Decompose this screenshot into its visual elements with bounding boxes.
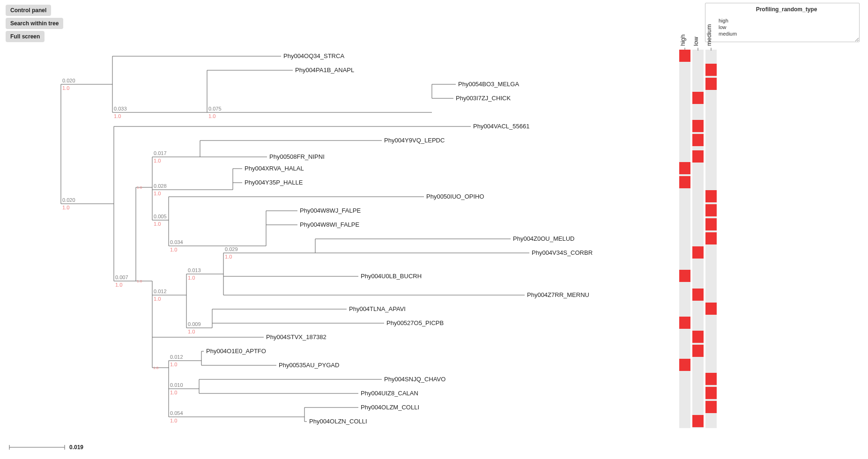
leaf-label[interactable]: Phy00535AU_PYGAD: [279, 362, 339, 369]
heatmap-cell: [705, 232, 717, 244]
leaf-label[interactable]: Phy0050IUO_OPIHO: [426, 193, 484, 200]
heatmap-cell: [679, 176, 690, 188]
leaf-label[interactable]: Phy004VACL_55661: [473, 123, 529, 130]
phylo-tree[interactable]: 0.0201.00.0331.00.0751.00.0201.00.0071.0…: [5, 33, 717, 440]
search-tree-button[interactable]: Search within tree: [6, 18, 63, 29]
heatmap-cell: [679, 162, 690, 174]
heatmap-cell: [705, 401, 717, 413]
heatmap-cell: [679, 359, 690, 371]
branch-length: 0.012: [154, 289, 167, 294]
legend-item: high: [719, 17, 854, 24]
branch-support: 1.0: [62, 85, 69, 91]
leaf-label[interactable]: Phy004Y35P_HALLE: [245, 179, 303, 186]
leaf-label[interactable]: Phy00527O5_PICPB: [386, 319, 444, 326]
heatmap-cell: [705, 64, 717, 76]
heatmap-column-label: medium: [705, 24, 712, 46]
heatmap-column-label: low: [692, 37, 699, 46]
branch-length: 0.028: [154, 183, 167, 189]
heatmap-cell: [692, 120, 704, 132]
leaf-label[interactable]: Phy004XRVA_HALAL: [245, 165, 304, 172]
branch-support: 1.0: [153, 366, 159, 370]
leaf-label[interactable]: Phy004Y9VQ_LEPDC: [384, 137, 445, 144]
branch-support: 1.0: [170, 247, 177, 252]
branch-support: 1.0: [154, 221, 161, 227]
heatmap-cell: [692, 331, 704, 343]
heatmap-cell: [692, 289, 704, 301]
branch-length: 0.020: [62, 197, 75, 203]
leaf-label[interactable]: Phy00508FR_NIPNI: [269, 153, 325, 160]
branch-support: 1.0: [114, 113, 121, 119]
branch-length: 0.017: [154, 150, 167, 156]
scale-value: 0.019: [69, 444, 83, 451]
heatmap-cell: [705, 204, 717, 216]
leaf-label[interactable]: Phy004U0LB_BUCRH: [361, 273, 422, 280]
legend-item: medium: [719, 30, 854, 37]
legend-title: Profiling_random_type: [719, 6, 854, 13]
legend-item: low: [719, 24, 854, 30]
heatmap-cell: [705, 387, 717, 399]
leaf-label[interactable]: Phy004W8WI_FALPE: [300, 221, 359, 228]
heatmap-cell: [705, 303, 717, 315]
leaf-label[interactable]: Phy004Z0OU_MELUD: [513, 235, 575, 242]
legend-panel[interactable]: Profiling_random_type high low medium: [705, 3, 860, 42]
branch-length: 0.012: [170, 354, 183, 360]
branch-support: 1.0: [62, 205, 69, 210]
heatmap-cell: [705, 218, 717, 230]
leaf-label[interactable]: Phy004PA1B_ANAPL: [295, 67, 354, 74]
leaf-label[interactable]: Phy004Z7RR_MERNU: [527, 291, 589, 298]
leaf-label[interactable]: Phy004V34S_CORBR: [532, 249, 593, 256]
heatmap-cell: [692, 92, 704, 104]
branch-length: 0.020: [62, 78, 75, 83]
leaf-label[interactable]: Phy004OQ34_STRCA: [283, 52, 344, 59]
heatmap-grid: [692, 50, 704, 428]
heatmap-cell: [679, 317, 690, 329]
branch-support: 1.0: [170, 390, 177, 395]
branch-length: 0.005: [154, 214, 167, 219]
leaf-label[interactable]: Phy003I7ZJ_CHICK: [456, 95, 511, 102]
leaf-label[interactable]: Phy004SNJQ_CHAVO: [384, 376, 445, 383]
heatmap-cell: [705, 78, 717, 90]
heatmap-cell: [692, 246, 704, 259]
branch-length: 0.013: [188, 267, 201, 273]
branch-support: 1.0: [208, 113, 215, 119]
heatmap-cell: [692, 345, 704, 357]
branch-length: 0.007: [115, 274, 128, 280]
branch-support: 1.0: [115, 282, 122, 288]
branch-length: 0.029: [225, 246, 238, 252]
leaf-label[interactable]: Phy004OLZM_COLLI: [361, 404, 419, 411]
branch-length: 0.009: [188, 321, 201, 327]
branch-length: 0.034: [170, 239, 183, 245]
branch-length: 0.033: [114, 106, 127, 111]
branch-length: 0.075: [208, 106, 222, 111]
branch-support: 1.0: [154, 296, 161, 302]
leaf-label[interactable]: Phy004STVX_187382: [266, 333, 326, 341]
leaf-label[interactable]: Phy004UIZ8_CALAN: [361, 390, 418, 397]
leaf-label[interactable]: Phy004TLNA_APAVI: [349, 305, 406, 312]
branch-support: 1.0: [170, 362, 177, 367]
heatmap-cell: [692, 134, 704, 146]
heatmap-cell: [679, 50, 690, 62]
branch-support: 1.0: [170, 418, 177, 423]
branch-support: 1.0: [188, 275, 195, 281]
branch-support: 1.0: [225, 254, 232, 259]
branch-support: 1.0: [137, 185, 142, 190]
heatmap-cell: [705, 373, 717, 385]
control-panel-button[interactable]: Control panel: [6, 5, 51, 16]
leaf-label[interactable]: Phy004W8WJ_FALPE: [300, 207, 361, 214]
heatmap-cell: [692, 415, 704, 427]
branch-length: 0.010: [170, 382, 183, 388]
heatmap-cell: [679, 270, 690, 282]
heatmap-cell: [705, 190, 717, 202]
heatmap-cell: [692, 150, 704, 163]
leaf-label[interactable]: Phy004O1E0_APTFO: [206, 348, 266, 355]
branch-support: 1.0: [154, 158, 161, 163]
leaf-label[interactable]: Phy004OLZN_COLLI: [309, 418, 367, 425]
heatmap-grid: [679, 50, 690, 428]
leaf-label[interactable]: Phy0054BO3_MELGA: [458, 81, 519, 88]
heatmap-column-label: high: [679, 34, 686, 46]
branch-support: 1.0: [188, 329, 195, 334]
branch-support: 1.0: [137, 279, 142, 283]
branch-length: 0.054: [170, 410, 183, 416]
branch-support: 1.0: [154, 191, 161, 196]
